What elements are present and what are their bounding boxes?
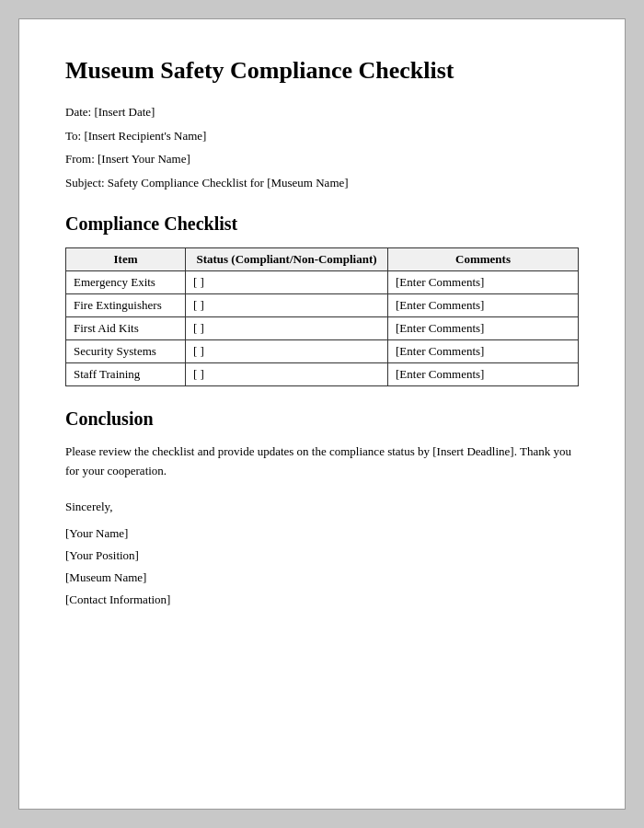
your-name: [Your Name]: [65, 526, 579, 541]
cell-item: Security Systems: [66, 340, 186, 363]
table-row: Emergency Exits[ ][Enter Comments]: [66, 271, 579, 294]
cell-status[interactable]: [ ]: [186, 340, 388, 363]
table-header-row: Item Status (Compliant/Non-Compliant) Co…: [66, 248, 579, 271]
table-row: Staff Training[ ][Enter Comments]: [66, 363, 579, 386]
table-row: Fire Extinguishers[ ][Enter Comments]: [66, 294, 579, 317]
meta-subject: Subject: Safety Compliance Checklist for…: [65, 174, 579, 192]
document-page: Museum Safety Compliance Checklist Date:…: [18, 18, 626, 810]
cell-item: Staff Training: [66, 363, 186, 386]
sincerely: Sincerely,: [65, 496, 579, 517]
your-position: [Your Position]: [65, 548, 579, 563]
meta-from: From: [Insert Your Name]: [65, 150, 579, 168]
compliance-table: Item Status (Compliant/Non-Compliant) Co…: [65, 247, 579, 386]
conclusion-text: Please review the checklist and provide …: [65, 443, 579, 481]
col-header-status: Status (Compliant/Non-Compliant): [186, 248, 388, 271]
col-header-comments: Comments: [388, 248, 579, 271]
col-header-item: Item: [66, 248, 186, 271]
museum-name: [Museum Name]: [65, 570, 579, 585]
cell-status[interactable]: [ ]: [186, 317, 388, 340]
conclusion-heading: Conclusion: [65, 408, 579, 430]
cell-status[interactable]: [ ]: [186, 294, 388, 317]
contact-info: [Contact Information]: [65, 592, 579, 607]
checklist-heading: Compliance Checklist: [65, 213, 579, 235]
cell-item: Emergency Exits: [66, 271, 186, 294]
page-title: Museum Safety Compliance Checklist: [65, 56, 579, 85]
cell-comments[interactable]: [Enter Comments]: [388, 317, 579, 340]
meta-to: To: [Insert Recipient's Name]: [65, 127, 579, 145]
cell-comments[interactable]: [Enter Comments]: [388, 340, 579, 363]
meta-date: Date: [Insert Date]: [65, 103, 579, 121]
cell-item: First Aid Kits: [66, 317, 186, 340]
cell-comments[interactable]: [Enter Comments]: [388, 294, 579, 317]
table-row: Security Systems[ ][Enter Comments]: [66, 340, 579, 363]
cell-comments[interactable]: [Enter Comments]: [388, 363, 579, 386]
cell-item: Fire Extinguishers: [66, 294, 186, 317]
cell-status[interactable]: [ ]: [186, 271, 388, 294]
cell-comments[interactable]: [Enter Comments]: [388, 271, 579, 294]
table-row: First Aid Kits[ ][Enter Comments]: [66, 317, 579, 340]
cell-status[interactable]: [ ]: [186, 363, 388, 386]
